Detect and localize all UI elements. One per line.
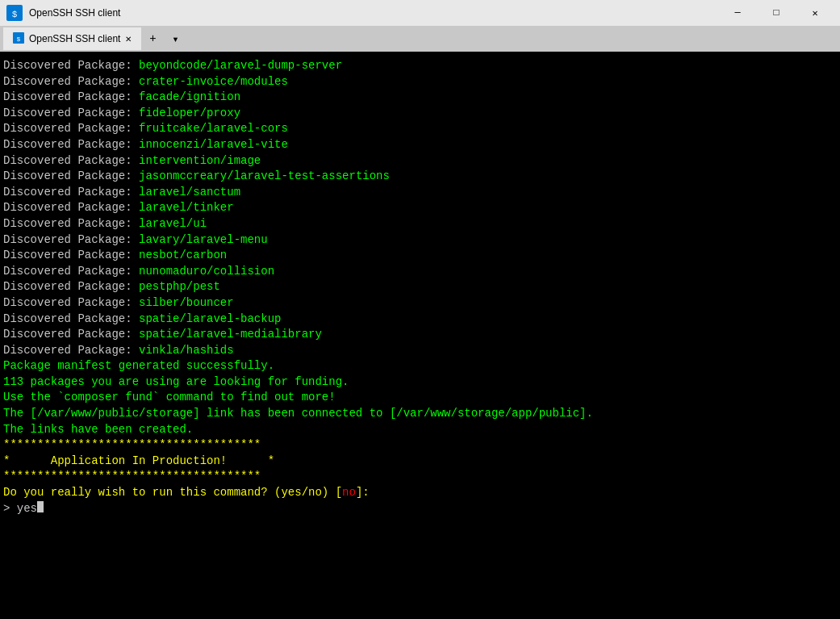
line-value: beyondcode/laravel-dump-server [139, 58, 342, 74]
line-value: laravel/sanctum [139, 185, 240, 201]
terminal-line: Do you really wish to run this command? … [3, 485, 837, 501]
line-value: vinkla/hashids [139, 343, 234, 359]
terminal-line: Discovered Package: facade/ignition [3, 90, 837, 106]
terminal-line: Discovered Package: spatie/laravel-media… [3, 327, 837, 343]
app-icon: $ [6, 5, 23, 21]
tab-bar: $ OpenSSH SSH client ✕ + ▾ [0, 26, 840, 52]
terminal-line: ************************************** [3, 437, 837, 454]
terminal-line: Discovered Package: innocenzi/laravel-vi… [3, 137, 837, 153]
line-value: laravel/tinker [139, 200, 234, 216]
terminal-line: * Application In Production! * [3, 454, 837, 470]
svg-text:$: $ [17, 36, 21, 43]
line-value: fruitcake/laravel-cors [139, 121, 288, 137]
line-value: spatie/laravel-medialibrary [139, 327, 322, 343]
terminal-cursor [37, 501, 44, 512]
line-label: Discovered Package: [3, 232, 139, 249]
terminal-line: Discovered Package: intervention/image [3, 153, 837, 169]
line-label: Discovered Package: [3, 295, 139, 312]
line-label: Discovered Package: [3, 200, 139, 216]
line-label: Discovered Package: [3, 216, 139, 232]
line-value: jasonmccreary/laravel-test-assertions [139, 169, 390, 185]
terminal-line: ************************************** [3, 469, 837, 485]
terminal-line: Discovered Package: fruitcake/laravel-co… [3, 121, 837, 137]
minimize-button[interactable]: — [719, 0, 756, 26]
line-label: Discovered Package: [3, 185, 139, 201]
terminal-line: The links have been created. [3, 422, 837, 438]
tab-dropdown-button[interactable]: ▾ [164, 27, 186, 50]
line-text: * Application In Production! * [3, 454, 274, 470]
line-text: 113 packages you are using are looking f… [3, 374, 349, 391]
line-value: fideloper/proxy [139, 106, 240, 122]
terminal-line: Discovered Package: pestphp/pest [3, 279, 837, 295]
line-label: Discovered Package: [3, 58, 139, 74]
svg-text:$: $ [12, 10, 18, 19]
terminal-line: Discovered Package: laravel/ui [3, 216, 837, 232]
line-value: spatie/laravel-backup [139, 312, 281, 328]
terminal-output: Discovered Package: beyondcode/laravel-d… [0, 52, 840, 619]
terminal-line: Discovered Package: nesbot/carbon [3, 248, 837, 264]
line-label: Discovered Package: [3, 312, 139, 328]
input-value[interactable]: yes [17, 501, 37, 517]
terminal-line: Discovered Package: fideloper/proxy [3, 106, 837, 122]
line-value: nesbot/carbon [139, 248, 227, 264]
titlebar: $ OpenSSH SSH client — □ ✕ [0, 0, 840, 26]
window-title: OpenSSH SSH client [29, 7, 713, 19]
terminal-line: Discovered Package: spatie/laravel-backu… [3, 312, 837, 328]
line-label: Discovered Package: [3, 279, 139, 295]
line-label: Discovered Package: [3, 121, 139, 137]
line-value: nunomaduro/collision [139, 264, 274, 280]
line-value: laravel/ui [139, 216, 207, 232]
tab-label: OpenSSH SSH client [29, 33, 120, 44]
line-text: ************************************** [3, 437, 261, 454]
line-label: Discovered Package: [3, 74, 139, 90]
line-label: Discovered Package: [3, 90, 139, 106]
line-value: intervention/image [139, 153, 261, 169]
tab-ssh[interactable]: $ OpenSSH SSH client ✕ [3, 27, 141, 50]
window-controls: — □ ✕ [719, 0, 834, 26]
line-text: The [/var/www/public/storage] link has b… [3, 406, 593, 422]
terminal-line: Discovered Package: laravel/tinker [3, 200, 837, 216]
line-value: silber/bouncer [139, 295, 234, 312]
terminal-line: Package manifest generated successfully. [3, 358, 837, 374]
prompt-text: Do you really wish to run this command? … [3, 485, 342, 501]
line-text: Use the `composer fund` command to find … [3, 390, 336, 406]
terminal-line: Discovered Package: nunomaduro/collision [3, 264, 837, 280]
terminal-line: Discovered Package: jasonmccreary/larave… [3, 169, 837, 185]
line-value: pestphp/pest [139, 279, 220, 295]
line-text: Package manifest generated successfully. [3, 358, 274, 374]
terminal-line: Use the `composer fund` command to find … [3, 390, 837, 406]
terminal-line: The [/var/www/public/storage] link has b… [3, 406, 837, 422]
terminal-line: 113 packages you are using are looking f… [3, 374, 837, 391]
line-label: Discovered Package: [3, 106, 139, 122]
tab-icon: $ [13, 32, 24, 46]
input-prompt: > [3, 501, 17, 517]
terminal-line: Discovered Package: beyondcode/laravel-d… [3, 58, 837, 74]
line-value: innocenzi/laravel-vite [139, 137, 288, 153]
line-label: Discovered Package: [3, 248, 139, 264]
prompt-highlight: no [342, 485, 356, 501]
line-value: facade/ignition [139, 90, 240, 106]
line-text: The links have been created. [3, 422, 193, 438]
terminal-line: Discovered Package: crater-invoice/modul… [3, 74, 837, 90]
line-label: Discovered Package: [3, 343, 139, 359]
terminal-line: Discovered Package: lavary/laravel-menu [3, 232, 837, 249]
line-label: Discovered Package: [3, 153, 139, 169]
line-label: Discovered Package: [3, 169, 139, 185]
tab-close-button[interactable]: ✕ [125, 35, 132, 44]
terminal-line: Discovered Package: vinkla/hashids [3, 343, 837, 359]
terminal-line: > yes [3, 501, 837, 517]
line-value: lavary/laravel-menu [139, 232, 268, 249]
line-label: Discovered Package: [3, 327, 139, 343]
new-tab-button[interactable]: + [141, 27, 164, 50]
line-text: ************************************** [3, 469, 261, 485]
line-label: Discovered Package: [3, 137, 139, 153]
terminal-line: Discovered Package: silber/bouncer [3, 295, 837, 312]
line-label: Discovered Package: [3, 264, 139, 280]
terminal-line: Discovered Package: laravel/sanctum [3, 185, 837, 201]
prompt-end: ]: [356, 485, 370, 501]
line-value: crater-invoice/modules [139, 74, 288, 90]
maximize-button[interactable]: □ [758, 0, 795, 26]
close-button[interactable]: ✕ [796, 0, 834, 26]
